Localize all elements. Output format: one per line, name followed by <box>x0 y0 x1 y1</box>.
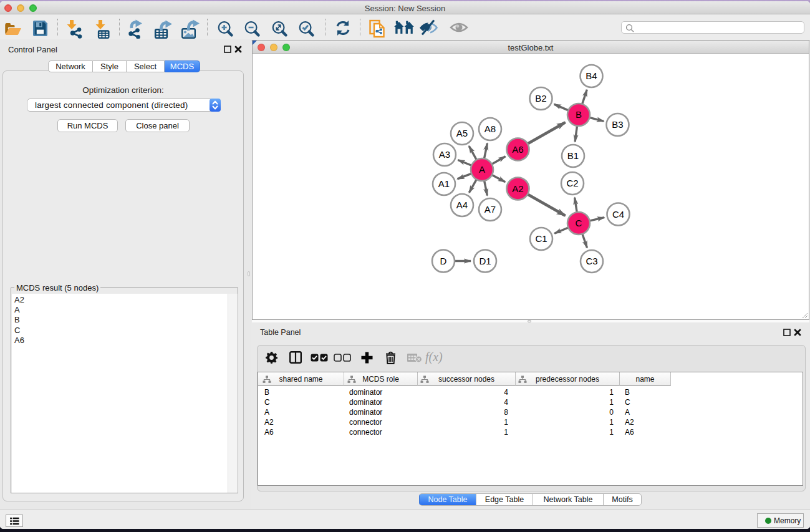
svg-text:B4: B4 <box>586 70 597 81</box>
svg-text:B1: B1 <box>567 150 579 161</box>
svg-text:C: C <box>576 218 582 228</box>
svg-text:B: B <box>576 109 582 120</box>
svg-text:A2: A2 <box>512 183 523 194</box>
svg-text:C1: C1 <box>535 233 547 244</box>
svg-text:A6: A6 <box>512 144 523 155</box>
svg-text:A3: A3 <box>439 149 450 160</box>
svg-text:A7: A7 <box>485 204 496 215</box>
svg-text:B3: B3 <box>612 119 623 130</box>
svg-text:C4: C4 <box>612 209 624 220</box>
svg-text:C2: C2 <box>566 178 578 188</box>
svg-text:A: A <box>479 164 485 175</box>
svg-text:C3: C3 <box>586 256 597 266</box>
svg-text:B2: B2 <box>535 93 546 104</box>
svg-text:A1: A1 <box>438 178 450 189</box>
svg-text:A8: A8 <box>485 123 496 134</box>
svg-text:A4: A4 <box>456 200 468 210</box>
svg-text:D: D <box>440 256 447 266</box>
svg-text:A5: A5 <box>456 128 468 138</box>
svg-text:D1: D1 <box>479 256 491 266</box>
